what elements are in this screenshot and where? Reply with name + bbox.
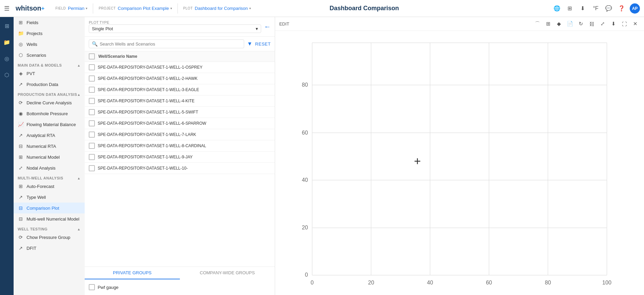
well-row: SPE-DATA-REPOSITORY-DATASET-1-WELL-5-SWI… [85,107,275,118]
well-checkbox[interactable] [89,87,95,93]
sidebar-label-chow-pressure: Chow Pressure Group [27,235,70,240]
well-row: SPE-DATA-REPOSITORY-DATASET-1-WELL-3-EAG… [85,84,275,96]
sidebar-item-wells[interactable]: ◎ Wells [14,39,85,50]
chart-svg-wrap: 0 20 40 60 80 0 20 40 60 80 100 + [275,31,644,295]
grid-icon[interactable]: ⊞ [565,4,575,13]
sidebar-label-production-data: Production Data [27,82,58,87]
sidebar-item-numerical-model[interactable]: ⊞ Numerical Model [14,152,85,162]
chart-area: 0 20 40 60 80 0 20 40 60 80 100 + [275,31,644,295]
fill-tool-button[interactable]: ◆ [554,19,564,29]
sidebar-item-numerical-rta[interactable]: ⊟ Numerical RTA [14,141,85,152]
sidebar-item-analytical-rta[interactable]: ↗ Analytical RTA [14,130,85,141]
section-well-testing: Well Testing ▲ [14,224,85,232]
expand-tool-button[interactable]: ⤢ [598,19,607,29]
help-icon[interactable]: ❓ [617,4,626,13]
sidebar-label-scenarios: Scenarios [27,53,46,58]
sidebar-item-type-well[interactable]: ↗ Type Well [14,192,85,203]
section-production-analysis-collapse[interactable]: ▲ [77,93,81,97]
group-checkbox-pwf[interactable] [89,284,95,290]
rail-scenarios-icon[interactable]: ⬡ [1,69,12,80]
well-checkbox[interactable] [89,154,95,160]
chat-icon[interactable]: 💬 [604,4,613,13]
pvt-icon: ◈ [18,71,24,76]
sidebar-item-comparison-plot[interactable]: ⊟ Comparison Plot [14,203,85,213]
sidebar-item-nodal-analysis[interactable]: ⤢ Nodal Analysis [14,162,85,173]
well-checkbox[interactable] [89,64,95,70]
svg-text:20: 20 [302,224,308,230]
plot-dropdown[interactable]: Dashboard for Comparison ▾ [195,6,251,11]
logo: whitson+ [16,4,45,12]
globe-icon[interactable]: 🌐 [552,4,562,13]
svg-text:80: 80 [302,82,308,88]
fullscreen-tool-button[interactable]: ⛶ [620,19,629,29]
field-chevron-icon: ▾ [86,6,87,10]
plot-type-dropdown[interactable]: Single Plot ▾ [89,24,261,33]
search-input[interactable] [100,41,241,47]
sidebar-item-chow-pressure[interactable]: ⟳ Chow Pressure Group [14,232,85,243]
well-checkbox[interactable] [89,143,95,149]
download-icon[interactable]: ⬇ [578,4,588,13]
plot-type-chevron-icon: ▾ [256,26,258,31]
well-name: SPE-DATA-REPOSITORY-DATASET-1-WELL-9-JAY [98,155,192,159]
sidebar-label-pvt: PVT [27,71,35,76]
sidebar-item-scenarios[interactable]: ⬡ Scenarios [14,50,85,60]
sidebar-item-multi-numerical[interactable]: ⊟ Multi-well Numerical Model [14,213,85,224]
icon-rail: ⊞ 📁 ◎ ⬡ [0,17,14,295]
sidebar-item-bottomhole[interactable]: ◉ Bottomhole Pressure [14,108,85,119]
table-tool-button[interactable]: ⊞ [543,19,553,29]
project-dropdown[interactable]: Comparison Plot Example ▾ [118,6,172,11]
back-button[interactable]: ← [264,23,271,31]
sidebar-item-dfit[interactable]: ↗ DFIT [14,243,85,254]
curve-tool-button[interactable]: ⌒ [532,19,542,29]
reset-button[interactable]: RESET [255,41,271,47]
menu-icon[interactable]: ☰ [4,5,10,12]
sidebar-item-flowing-material[interactable]: 📈 Flowing Material Balance [14,119,85,130]
scenarios-icon: ⬡ [18,52,24,58]
avatar[interactable]: AP [630,3,640,14]
sidebar-item-pvt[interactable]: ◈ PVT [14,68,85,79]
section-multi-well-collapse[interactable]: ▲ [77,176,81,180]
well-checkbox[interactable] [89,132,95,138]
well-checkbox[interactable] [89,98,95,104]
tab-company-groups[interactable]: COMPANY-WIDE GROUPS [180,267,275,279]
well-name: SPE-DATA-REPOSITORY-DATASET-1-WELL-6-SPA… [98,121,206,126]
section-well-testing-collapse[interactable]: ▲ [77,227,81,231]
chart-panel: EDIT ⌒ ⊞ ◆ 📄 ↻ ⛓ ⤢ ⬇ ⛶ ✕ [275,17,644,295]
sidebar-label-auto-forecast: Auto-Forecast [27,184,54,189]
well-checkbox[interactable] [89,109,95,115]
sidebar-item-projects[interactable]: 📁 Projects [14,28,85,39]
select-all-checkbox[interactable] [89,53,95,59]
group-name-pwf: Pwf gauge [98,285,118,290]
temperature-icon[interactable]: °F [591,4,600,13]
link-tool-button[interactable]: ⛓ [587,19,596,29]
filter-icon[interactable]: ▼ [247,41,252,47]
rail-wells-icon[interactable]: ◎ [1,53,12,64]
sidebar-item-auto-forecast[interactable]: ⊞ Auto-Forecast [14,181,85,192]
page-title: Dashboard Comparison [329,5,399,12]
close-tool-button[interactable]: ✕ [630,19,640,29]
well-checkbox[interactable] [89,120,95,126]
sidebar-item-production-data[interactable]: ↗ Production Data [14,79,85,90]
well-checkbox[interactable] [89,75,95,82]
well-row: SPE-DATA-REPOSITORY-DATASET-1-WELL-4-KIT… [85,96,275,107]
sidebar-item-fields[interactable]: ⊞ Fields [14,17,85,28]
analytical-rta-icon: ↗ [18,133,24,138]
field-dropdown[interactable]: Permian ▾ [68,6,87,11]
well-checkbox[interactable] [89,165,95,171]
top-header: ☰ whitson+ Field Permian ▾ Project Compa… [0,0,644,17]
section-multi-well: Multi-Well Analysis ▲ [14,173,85,181]
sidebar-item-decline-curve[interactable]: ⟳ Decline Curve Analysis [14,97,85,108]
section-main-data-collapse[interactable]: ▲ [77,64,81,67]
production-data-icon: ↗ [18,82,24,87]
document-tool-button[interactable]: 📄 [565,19,575,29]
plot-type-label: Plot Type [89,20,261,24]
decline-curve-icon: ⟳ [18,100,24,105]
tab-private-groups[interactable]: PRIVATE GROUPS [85,267,180,279]
rail-projects-icon[interactable]: 📁 [1,37,12,48]
refresh-tool-button[interactable]: ↻ [576,19,586,29]
field-value: Permian [68,6,84,11]
plot-label: Plot [183,6,193,10]
download-tool-button[interactable]: ⬇ [609,19,618,29]
rail-fields-icon[interactable]: ⊞ [1,20,12,31]
svg-text:0: 0 [311,279,314,285]
